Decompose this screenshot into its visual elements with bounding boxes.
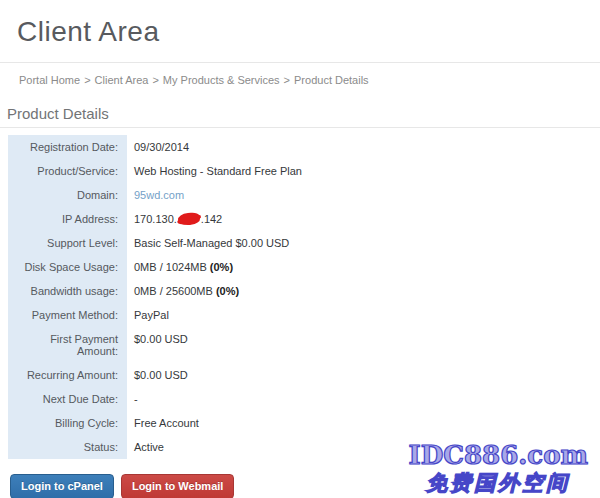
row-label: Registration Date: (8, 135, 127, 159)
breadcrumb-separator: > (84, 74, 90, 86)
table-row-support-level: Support Level: Basic Self-Managed $0.00 … (8, 231, 600, 255)
row-value: 95wd.com (127, 183, 184, 207)
table-row-disk-space-usage: Disk Space Usage: 0MB / 1024MB (0%) (8, 255, 600, 279)
usage-percent: (0%) (216, 285, 239, 297)
usage-text: 0MB / 1024MB (134, 261, 210, 273)
usage-percent: (0%) (210, 261, 233, 273)
breadcrumb-separator: > (152, 74, 158, 86)
usage-text: 0MB / 25600MB (134, 285, 216, 297)
ip-redaction-scribble (177, 212, 200, 226)
row-value: 0MB / 1024MB (0%) (127, 255, 233, 279)
row-value: Free Account (127, 411, 199, 435)
table-row-billing-cycle: Billing Cycle: Free Account (8, 411, 600, 435)
row-label: IP Address: (8, 207, 127, 231)
row-label: Billing Cycle: (8, 411, 127, 435)
table-row-product-service: Product/Service: Web Hosting - Standard … (8, 159, 600, 183)
row-value: PayPal (127, 303, 169, 327)
login-to-webmail-button[interactable]: Login to Webmail (121, 474, 234, 498)
table-row-status: Status: Active (8, 435, 600, 459)
table-row-next-due-date: Next Due Date: - (8, 387, 600, 411)
table-row-first-payment-amount: First Payment Amount: $0.00 USD (8, 327, 600, 363)
table-row-recurring-amount: Recurring Amount: $0.00 USD (8, 363, 600, 387)
table-row-domain: Domain: 95wd.com (8, 183, 600, 207)
table-row-bandwidth-usage: Bandwidth usage: 0MB / 25600MB (0%) (8, 279, 600, 303)
row-label: Recurring Amount: (8, 363, 127, 387)
row-value: - (127, 387, 138, 411)
action-buttons: Login to cPanel Login to Webmail (10, 474, 600, 498)
client-area-page: Client Area Portal Home>Client Area>My P… (0, 16, 600, 498)
row-label: Status: (8, 435, 127, 459)
row-label: Domain: (8, 183, 127, 207)
login-to-cpanel-button[interactable]: Login to cPanel (10, 474, 114, 498)
row-label: Support Level: (8, 231, 127, 255)
domain-link[interactable]: 95wd.com (134, 189, 184, 201)
table-row-payment-method: Payment Method: PayPal (8, 303, 600, 327)
row-value: Web Hosting - Standard Free Plan (127, 159, 302, 183)
breadcrumb-client-area[interactable]: Client Area (95, 74, 149, 86)
section-title-product-details: Product Details (7, 105, 600, 122)
row-value: $0.00 USD (127, 363, 188, 387)
table-row-registration-date: Registration Date: 09/30/2014 (8, 135, 600, 159)
page-title: Client Area (17, 16, 600, 48)
row-value: Basic Self-Managed $0.00 USD (127, 231, 289, 255)
section-divider (0, 127, 600, 128)
breadcrumb-portal-home[interactable]: Portal Home (19, 74, 80, 86)
row-label: Bandwidth usage: (8, 279, 127, 303)
ip-prefix: 170.130. (134, 213, 177, 225)
row-label: Payment Method: (8, 303, 127, 327)
status-value: Active (127, 435, 164, 459)
row-value: 170.130..142 (127, 207, 222, 231)
table-row-ip-address: IP Address: 170.130..142 (8, 207, 600, 231)
breadcrumb-my-products-services[interactable]: My Products & Services (163, 74, 280, 86)
row-label: Disk Space Usage: (8, 255, 127, 279)
row-value: $0.00 USD (127, 327, 188, 363)
row-label: Product/Service: (8, 159, 127, 183)
row-label: Next Due Date: (8, 387, 127, 411)
header-divider (0, 62, 600, 63)
ip-suffix: .142 (201, 213, 222, 225)
breadcrumb-product-details: Product Details (294, 74, 369, 86)
row-value: 0MB / 25600MB (0%) (127, 279, 239, 303)
row-label: First Payment Amount: (8, 327, 127, 363)
breadcrumb: Portal Home>Client Area>My Products & Se… (19, 74, 600, 86)
breadcrumb-separator: > (284, 74, 290, 86)
row-value: 09/30/2014 (127, 135, 189, 159)
product-details-table: Registration Date: 09/30/2014 Product/Se… (8, 135, 600, 459)
